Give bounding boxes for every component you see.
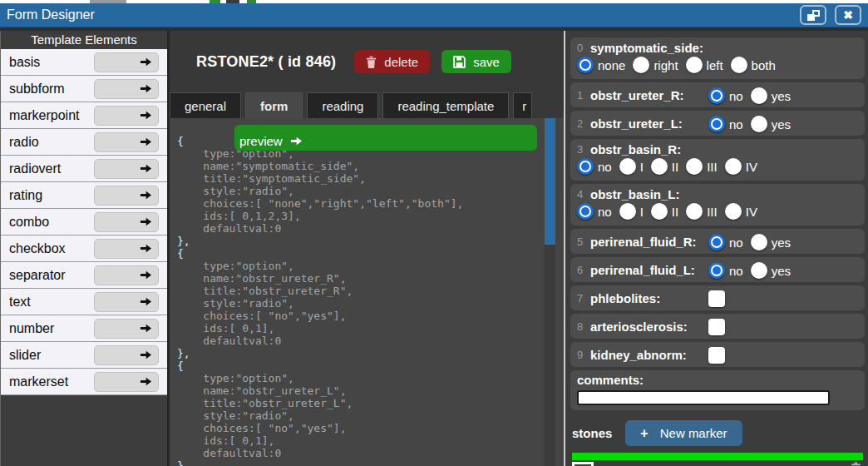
radio-I[interactable] (619, 203, 636, 220)
radio-II[interactable] (651, 203, 668, 220)
radio-yes[interactable] (751, 116, 767, 132)
sidebar-item-label: markerset (9, 374, 68, 389)
sidebar-item-label: subbform (9, 82, 65, 97)
radio-no[interactable] (577, 158, 594, 175)
add-element-button[interactable] (94, 106, 159, 126)
add-element-button[interactable] (94, 239, 159, 259)
editor-scrollbar[interactable] (545, 118, 555, 466)
add-element-button[interactable] (94, 292, 159, 312)
delete-button[interactable]: delete (354, 50, 430, 73)
field-perirenal_fluid_L: 6perirenal_fluid_L:noyes (570, 257, 865, 282)
radio-left[interactable] (686, 57, 703, 73)
marker-thumbnail[interactable] (572, 462, 594, 466)
sidebar-item-combo: combo (1, 209, 167, 235)
radio-yes[interactable] (751, 87, 767, 104)
radio-no[interactable] (708, 87, 725, 104)
add-element-button[interactable] (94, 319, 159, 339)
radio-label: none (598, 58, 625, 72)
tab-r[interactable]: r (513, 92, 532, 118)
editor-tabs: generalformreadingreading_templater (170, 92, 564, 118)
tab-reading_template[interactable]: reading_template (382, 92, 509, 118)
restore-icon (807, 10, 820, 21)
field-index: 9 (577, 349, 584, 361)
field-obstr_basin_L: 4obstr_basin_L:noIIIIIIIV (570, 184, 865, 226)
radio-I[interactable] (619, 158, 636, 175)
code-content[interactable]: { type:"option", name:"symptomatic_side"… (170, 118, 564, 466)
arrow-right-icon (140, 349, 152, 361)
save-button-label: save (473, 55, 500, 69)
close-window-button[interactable]: ✖ (835, 5, 861, 25)
tab-reading[interactable]: reading (307, 92, 378, 118)
arrow-right-icon (140, 216, 152, 228)
add-element-button[interactable] (94, 372, 159, 392)
add-element-button[interactable] (94, 132, 159, 152)
comments-input[interactable] (577, 390, 830, 405)
radio-label: III (707, 160, 718, 174)
field-obstr_ureter_R: 1obstr_ureter_R:noyes (570, 82, 865, 107)
code-line: ids:[ 0,1,2,3], (177, 210, 564, 222)
code-line: style:"radio", (177, 297, 564, 310)
radio-label: no (598, 205, 612, 219)
radio-no[interactable] (708, 262, 725, 279)
radio-right[interactable] (633, 57, 649, 73)
tab-general[interactable]: general (170, 92, 241, 118)
radio-no[interactable] (708, 116, 725, 132)
add-element-button[interactable] (94, 159, 159, 179)
dialog-titlebar[interactable]: Form Designer ✖ (0, 3, 868, 27)
add-element-button[interactable] (94, 52, 159, 72)
field-header: 1obstr_ureter_R: (577, 88, 708, 102)
restore-window-button[interactable] (800, 5, 826, 25)
add-element-button[interactable] (94, 265, 159, 285)
dialog-body: Template Elements basissubbformmarkerpoi… (0, 27, 868, 466)
radio-label: no (598, 160, 612, 174)
field-index: 2 (577, 117, 584, 130)
field-label: phlebolites: (590, 291, 660, 305)
add-element-button[interactable] (94, 212, 159, 232)
checkbox[interactable] (708, 290, 725, 307)
radio-III[interactable] (686, 203, 703, 220)
sidebar-item-label: basis (9, 55, 40, 70)
code-line: type:"option", (177, 260, 564, 272)
radio-no[interactable] (708, 234, 725, 250)
field-header: 0symptomatic_side: (577, 41, 858, 55)
arrow-right-icon (140, 269, 152, 281)
radio-label: IV (746, 205, 757, 219)
radio-label: no (729, 235, 743, 250)
background-mark (226, 0, 239, 3)
add-element-button[interactable] (94, 186, 159, 206)
field-header: 6perirenal_fluid_L: (577, 263, 708, 277)
preview-button[interactable]: preview (234, 125, 537, 151)
field-header: 3obstr_basin_R: (577, 142, 858, 156)
code-editor[interactable]: { type:"option", name:"symptomatic_side"… (170, 118, 564, 466)
save-button[interactable]: save (441, 50, 511, 73)
checkbox[interactable] (708, 347, 725, 364)
sidebar-item-checkbox: checkbox (1, 235, 167, 262)
checkbox[interactable] (708, 319, 725, 335)
marker-group-label: stones (572, 426, 612, 440)
radio-IV[interactable] (725, 203, 742, 220)
field-index: 3 (577, 143, 584, 156)
radio-yes[interactable] (751, 262, 767, 279)
radio-IV[interactable] (725, 158, 742, 175)
new-marker-button[interactable]: + New marker (625, 420, 742, 446)
arrow-right-icon (140, 295, 152, 308)
radio-III[interactable] (686, 158, 703, 175)
code-line: title:"obstr_ureter_L", (177, 397, 564, 409)
radio-none[interactable] (577, 57, 594, 73)
field-symptomatic_side: 0symptomatic_side:nonerightleftboth (570, 37, 865, 79)
field-kidney_abnorm: 9kidney_abnorm: (570, 342, 865, 367)
radio-no[interactable] (577, 203, 594, 220)
field-header: 7phlebolites: (577, 291, 708, 305)
add-element-button[interactable] (94, 79, 159, 99)
add-element-button[interactable] (94, 345, 159, 365)
trash-icon[interactable] (851, 462, 861, 466)
field-obstr_ureter_L: 2obstr_ureter_L:noyes (570, 111, 865, 136)
form-designer-dialog: Form Designer ✖ Template Elements basiss… (0, 0, 868, 466)
comments-label: comments: (577, 373, 644, 387)
radio-both[interactable] (731, 57, 747, 73)
sidebar-item-radiovert: radiovert (1, 156, 167, 182)
tab-form[interactable]: form (245, 92, 303, 118)
radio-yes[interactable] (751, 234, 767, 250)
radio-II[interactable] (651, 158, 668, 175)
editor-scrollbar-thumb[interactable] (545, 118, 555, 245)
